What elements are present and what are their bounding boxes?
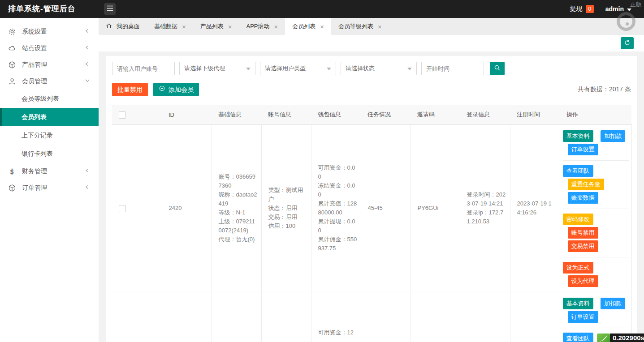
sidebar-item-member-list[interactable]: 会员列表 (0, 108, 99, 126)
account-info-cell (261, 292, 311, 342)
sidebar-item-site-settings[interactable]: 站点设置 (0, 40, 99, 56)
filter-row: 请选择下级代理 请选择用户类型 请选择状态 (112, 62, 631, 75)
withdraw-count-badge: 0 (586, 5, 594, 13)
disable-trade-button[interactable]: 交易禁用 (568, 240, 598, 252)
tab-bar: 我的桌面 基础数据 × 产品列表 × APP滚动 × 会员列表 × 会员等级列表… (99, 18, 644, 35)
disable-account-button[interactable]: 账号禁用 (568, 227, 598, 239)
genuine-watermark: 正版 (630, 0, 642, 9)
frozen-line: 冻结资金：0.00 (318, 181, 357, 199)
table-row: 2420 账号：0366597360 昵称：daotao2419 等级：N-1 … (112, 124, 631, 292)
change-password-button[interactable]: 密码修改 (563, 214, 593, 225)
close-icon[interactable]: × (320, 23, 324, 30)
sidebar-item-product-management[interactable]: 产品管理 (0, 56, 99, 73)
add-member-button[interactable]: 添加会员 (153, 83, 199, 96)
row-select-checkbox[interactable] (119, 205, 126, 212)
add-member-label: 添加会员 (169, 83, 194, 96)
chevron-down-icon (246, 68, 251, 70)
sidebar-item-label: 订单管理 (22, 184, 84, 192)
view-team-button[interactable]: 查看团队 (563, 165, 593, 177)
box-icon (8, 184, 16, 192)
invite-code-cell (411, 292, 460, 342)
main-area: 我的桌面 基础数据 × 产品列表 × APP滚动 × 会员列表 × 会员等级列表… (99, 18, 644, 342)
wallet-info-cell: 可用资金：12 (311, 292, 361, 342)
account-changes-button[interactable]: 账变数据 (568, 192, 598, 204)
reset-task-button[interactable]: 重置任务量 (568, 179, 604, 190)
tab-label: 会员等级列表 (338, 22, 373, 30)
tab-product-list[interactable]: 产品列表 × (193, 18, 239, 35)
basic-profile-button[interactable]: 基本资料 (563, 298, 593, 309)
set-agent-button[interactable]: 设为代理 (568, 275, 598, 287)
tab-my-desktop[interactable]: 我的桌面 (99, 18, 147, 35)
search-button[interactable] (490, 62, 505, 75)
id-cell (162, 292, 212, 342)
user-menu[interactable]: admin (605, 5, 631, 13)
tab-member-list[interactable]: 会员列表 × (285, 18, 331, 35)
withdraw-label: 提现 (570, 5, 583, 13)
plus-circle-icon (159, 83, 165, 96)
start-time-input[interactable] (421, 62, 484, 75)
sidebar-item-member-management[interactable]: 会员管理 (0, 73, 99, 90)
toolbar (99, 35, 644, 51)
wallet-info-cell: 可用资金：0.00 冻结资金：0.00 累计充值：12880000.00 累计提… (311, 124, 361, 292)
view-team-button[interactable]: 查看团队 (563, 333, 593, 342)
column-header: ID (162, 105, 212, 124)
column-header: 邀请码 (411, 105, 460, 124)
user-type-select[interactable]: 请选择用户类型 (260, 62, 336, 75)
member-table: ID 基础信息 账号信息 钱包信息 任务情况 邀请码 登录信息 注册时间 操作 (112, 105, 631, 342)
trace-time: 0.202900s (610, 333, 644, 342)
member-list-card: 请选择下级代理 请选择用户类型 请选择状态 批量禁用 (106, 56, 637, 342)
row-select-cell (112, 292, 162, 342)
thinkphp-trace-icon[interactable] (597, 333, 610, 342)
status-select[interactable]: 请选择状态 (341, 62, 417, 75)
basic-profile-button[interactable]: 基本资料 (563, 130, 593, 142)
refresh-button[interactable] (621, 37, 634, 49)
total-unit: 条 (625, 86, 631, 93)
sidebar-item-label: 会员管理 (22, 77, 84, 86)
sidebar-item-updown-records[interactable]: 上下分记录 (0, 126, 99, 145)
column-header: 登录信息 (460, 105, 510, 124)
refresh-icon (624, 39, 631, 47)
sidebar-item-finance-management[interactable]: $ 财务管理 (0, 163, 99, 180)
sidebar-collapse-button[interactable] (104, 3, 116, 15)
agent-select[interactable]: 请选择下级代理 (179, 62, 255, 75)
close-icon[interactable]: × (378, 23, 382, 30)
tab-app-scroll[interactable]: APP滚动 × (239, 18, 285, 35)
op-group-team: 查看团队 重置任务量 账变数据 (563, 161, 629, 209)
chevron-down-icon (84, 77, 91, 85)
sidebar-item-system-settings[interactable]: 系统设置 (0, 23, 99, 40)
batch-disable-button[interactable]: 批量禁用 (112, 83, 148, 96)
close-icon[interactable]: × (228, 23, 232, 30)
chevron-left-icon (84, 167, 91, 175)
order-setting-button[interactable]: 订单设置 (568, 311, 598, 323)
tab-member-level-list[interactable]: 会员等级列表 × (331, 18, 389, 35)
column-header: 注册时间 (510, 105, 560, 124)
sidebar-item-bankcard-list[interactable]: 银行卡列表 (0, 145, 99, 163)
select-value: 请选择用户类型 (265, 64, 306, 73)
dollar-icon: $ (8, 167, 16, 175)
row-select-cell (112, 124, 162, 292)
sidebar-item-order-management[interactable]: 订单管理 (0, 180, 99, 196)
select-all-header (112, 105, 162, 124)
close-icon[interactable]: × (274, 23, 278, 30)
type-line: 类型：测试用户 (268, 186, 307, 204)
total-count: 2017 (609, 86, 623, 93)
account-line: 账号：0366597360 (219, 172, 258, 190)
available-line: 可用资金：0.00 (318, 163, 357, 181)
order-setting-button[interactable]: 订单设置 (568, 144, 598, 155)
close-icon[interactable]: × (182, 23, 186, 30)
svg-text:$: $ (10, 167, 14, 175)
invite-code-cell: PY6GUi (411, 124, 460, 292)
select-value: 请选择状态 (346, 64, 375, 73)
tab-basic-data[interactable]: 基础数据 × (147, 18, 193, 35)
chevron-left-icon (84, 44, 91, 52)
sidebar-item-member-level-list[interactable]: 会员等级列表 (0, 90, 99, 108)
column-header: 操作 (560, 105, 631, 124)
op-group-profile: 基本资料 加扣款 订单设置 (563, 293, 629, 328)
adjust-funds-button[interactable]: 加扣款 (601, 130, 625, 142)
account-search-input[interactable] (112, 62, 175, 75)
withdraw-menu-item[interactable]: 提现 0 (570, 5, 594, 13)
set-official-button[interactable]: 设为正式 (563, 262, 593, 274)
adjust-funds-button[interactable]: 加扣款 (601, 298, 625, 309)
select-all-checkbox[interactable] (119, 111, 126, 119)
parent-line: 上级：0792110072(2419) (219, 217, 258, 235)
